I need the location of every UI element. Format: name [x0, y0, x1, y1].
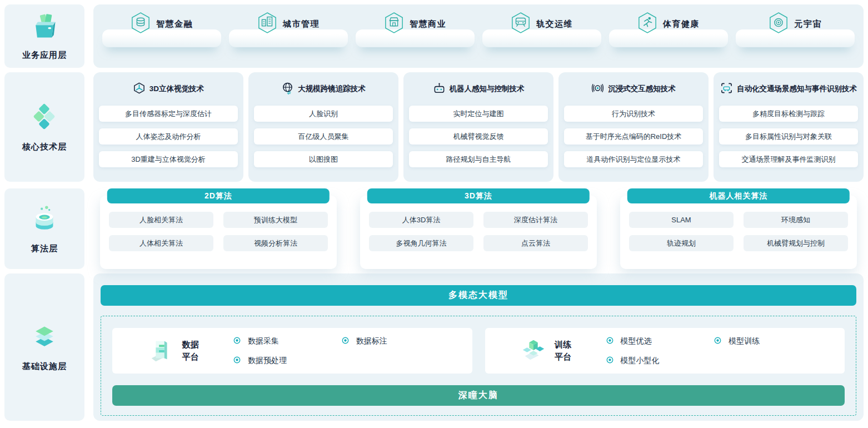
bullet-label: 数据采集	[248, 336, 279, 346]
tech-panel-robot: 机器人感知与控制技术 实时定位与建图 机械臂视觉反馈 路径规划与自主导航	[403, 72, 553, 182]
algo-item: 深度估计算法	[483, 212, 588, 228]
bullet-label: 模型训练	[729, 336, 760, 346]
business-app-label: 元宇宙	[794, 19, 822, 29]
business-app-head: 轨交运维	[481, 11, 602, 37]
business-app-label: 智慧商业	[410, 19, 446, 29]
business-apps-panel: 智慧金融 城市管理	[93, 4, 864, 68]
tech-panel-traffic: 自动化交通场景感知与事件识别技术 多精度目标检测与跟踪 多目标属性识别与对象关联…	[714, 72, 864, 182]
tech-item: 实时定位与建图	[409, 106, 548, 122]
layer-label: 业务应用层	[22, 50, 67, 61]
commerce-icon	[384, 12, 404, 36]
business-app-head: 体育健康	[608, 11, 729, 37]
algo-item: 人体相关算法	[109, 235, 213, 251]
tech-item: 路径规划与自主导航	[409, 151, 548, 167]
business-app-label: 城市管理	[283, 19, 320, 29]
core-tech-layer-row: 核心技术层 3D立体视觉技术 多目传感器标定与深度估计 人体姿态及动作分析 3D…	[4, 72, 864, 182]
bullet-label: 模型优选	[621, 336, 652, 346]
platform-bullets: 模型优选 模型训练	[606, 336, 845, 366]
tech-item: 多目传感器标定与深度估计	[99, 106, 238, 122]
tech-panel-title: 自动化交通场景感知与事件识别技术	[737, 84, 857, 94]
algo-group-title: 3D算法	[367, 188, 590, 203]
tech-panel-title: 大规模跨镜追踪技术	[298, 84, 366, 94]
algo-item: 轨迹规划	[629, 235, 734, 251]
radio-bullet-icon	[342, 337, 349, 346]
sidebar-core-tech-layer: 核心技术层	[4, 72, 84, 182]
rail-transit-icon	[511, 12, 531, 36]
immersive-interaction-icon	[591, 82, 604, 96]
radio-bullet-icon	[233, 337, 241, 346]
algo-item: 预训练大模型	[223, 212, 328, 228]
algo-group-3d: 3D算法 人体3D算法 深度估计算法 多视角几何算法 点云算法	[360, 188, 597, 269]
business-app-head: 智慧金融	[101, 11, 222, 37]
business-app-head: 元宇宙	[735, 11, 856, 37]
platform-name: 训练平台	[555, 339, 571, 363]
algo-item: 多视角几何算法	[369, 235, 473, 251]
algo-group-title: 机器人相关算法	[627, 188, 850, 203]
tech-item: 百亿级人员聚集	[254, 128, 393, 145]
finance-icon	[131, 12, 151, 36]
layer-label: 基础设施层	[22, 361, 67, 372]
tech-panel-cross-camera: 大规模跨镜追踪技术 人脸识别 百亿级人员聚集 以图搜图	[248, 72, 398, 182]
infrastructure-layer-icon	[29, 323, 59, 353]
business-app-label: 轨交运维	[536, 19, 573, 29]
training-platform-card: 训练平台 模型优选	[485, 328, 845, 374]
tech-item: 机械臂视觉反馈	[409, 128, 548, 145]
tech-item: 多精度目标检测与跟踪	[719, 106, 858, 122]
city-management-icon	[257, 12, 277, 36]
sports-health-icon	[637, 12, 657, 36]
tech-panel-title: 3D立体视觉技术	[149, 84, 204, 94]
tech-panel-stereo-vision: 3D立体视觉技术 多目传感器标定与深度估计 人体姿态及动作分析 3D重建与立体视…	[93, 72, 243, 182]
algo-item: 机械臂规划与控制	[744, 235, 848, 251]
tech-item: 人脸识别	[254, 106, 393, 122]
algorithm-layer-icon	[29, 204, 60, 235]
algo-group-robot: 机器人相关算法 SLAM 环境感知 轨迹规划 机械臂规划与控制	[620, 188, 857, 269]
multimodal-model-banner: 多模态大模型	[101, 285, 856, 306]
robot-icon	[433, 82, 446, 96]
training-platform-icon	[520, 336, 547, 366]
stereo-vision-icon	[133, 82, 146, 96]
tech-item: 多目标属性识别与对象关联	[719, 128, 858, 145]
algo-item: 人脸相关算法	[109, 212, 213, 228]
business-app-finance: 智慧金融	[101, 11, 222, 68]
radio-bullet-icon	[606, 337, 613, 346]
infrastructure-dashed-container: 数据平台 数据采集	[101, 316, 856, 416]
tech-item: 基于时序光点编码的ReID技术	[564, 128, 703, 145]
platform-left: 训练平台	[485, 336, 606, 366]
radio-bullet-icon	[714, 337, 721, 346]
algo-group-title: 2D算法	[107, 188, 330, 203]
tech-panel-title: 沉浸式交互感知技术	[608, 84, 676, 94]
algo-group-card: SLAM 环境感知 轨迹规划 机械臂规划与控制	[620, 196, 857, 269]
bullet-label: 数据预处理	[248, 356, 287, 366]
business-app-head: 智慧商业	[355, 11, 476, 37]
bullet-label: 模型小型化	[621, 356, 660, 366]
data-platform-icon	[147, 336, 175, 366]
algo-item: 点云算法	[483, 235, 588, 251]
algo-group-card: 人体3D算法 深度估计算法 多视角几何算法 点云算法	[360, 196, 597, 269]
platform-bullets: 数据采集 数据标注	[233, 336, 472, 366]
tech-panel-head: 大规模跨镜追踪技术	[254, 79, 393, 99]
algorithm-layer-row: 算法层 2D算法 人脸相关算法 预训练大模型 人体相关算法 视频分析算法 3D算…	[4, 188, 864, 269]
platform-cards: 数据平台 数据采集	[112, 328, 845, 374]
algo-group-card: 人脸相关算法 预训练大模型 人体相关算法 视频分析算法	[100, 196, 337, 269]
bullet-label: 数据标注	[356, 336, 387, 346]
sidebar-algorithm-layer: 算法层	[4, 188, 84, 269]
architecture-diagram: 业务应用层 智慧金融	[0, 0, 868, 428]
tech-panel-head: 机器人感知与控制技术	[409, 79, 548, 99]
tech-panel-head: 沉浸式交互感知技术	[564, 79, 703, 99]
business-app-head: 城市管理	[228, 11, 349, 37]
tech-item: 人体姿态及动作分析	[99, 128, 238, 145]
tech-item: 3D重建与立体视觉分析	[99, 151, 238, 167]
tech-panel-head: 自动化交通场景感知与事件识别技术	[719, 79, 858, 99]
platform-left: 数据平台	[112, 336, 233, 366]
layer-label: 核心技术层	[22, 142, 67, 152]
business-app-label: 体育健康	[663, 19, 700, 29]
infrastructure-layer-row: 基础设施层 多模态大模型	[4, 273, 864, 421]
algo-item: SLAM	[629, 212, 734, 228]
tech-panel-title: 机器人感知与控制技术	[450, 84, 525, 94]
platform-bullet: 数据采集	[233, 336, 342, 346]
business-app-rail: 轨交运维	[481, 11, 602, 68]
tech-item: 以图搜图	[254, 151, 393, 167]
algo-item: 人体3D算法	[369, 212, 473, 228]
tech-panel-immersive: 沉浸式交互感知技术 行为识别技术 基于时序光点编码的ReID技术 道具动作识别与…	[558, 72, 709, 182]
algo-group-2d: 2D算法 人脸相关算法 预训练大模型 人体相关算法 视频分析算法	[100, 188, 337, 269]
